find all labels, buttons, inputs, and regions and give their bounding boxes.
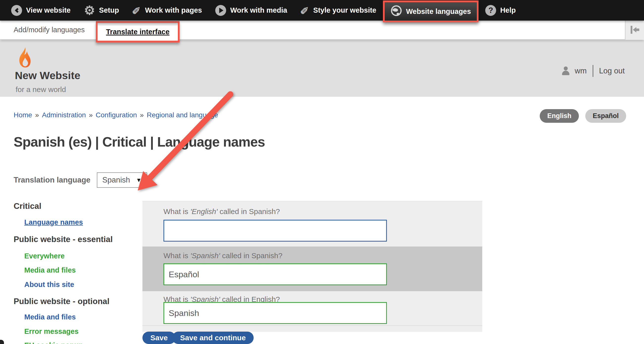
form-row-highlighted: What is 'Spanish' called in Spanish? bbox=[142, 247, 482, 291]
sub-navigation: Add/modify languages Translate interface bbox=[0, 21, 644, 40]
translation-language-select[interactable]: Spanish ▼ bbox=[97, 172, 147, 188]
breadcrumb-separator: » bbox=[140, 111, 144, 119]
nav-item-setup[interactable]: ⚙ Setup bbox=[77, 0, 126, 21]
nav-item-label: Work with pages bbox=[145, 6, 202, 14]
question-label: What is 'English' called in Spanish? bbox=[164, 207, 280, 216]
sidebar-item-error-messages[interactable]: Error messages bbox=[24, 327, 78, 335]
play-circle-icon bbox=[215, 5, 226, 16]
breadcrumb: Home»Administration»Configuration»Region… bbox=[14, 111, 218, 119]
site-name: New Website bbox=[15, 69, 80, 82]
page-title: Spanish (es) | Critical | Language names bbox=[14, 134, 265, 150]
sidebar-item-media-and-files[interactable]: Media and files bbox=[24, 266, 76, 274]
nav-item-label: Help bbox=[500, 6, 516, 14]
nav-item-view-website[interactable]: View website bbox=[4, 0, 77, 21]
translation-input-english-in-spanish[interactable] bbox=[164, 220, 387, 242]
site-header: New Website for a new world wm Log out bbox=[0, 40, 644, 97]
pencil-icon: ✎ bbox=[132, 6, 142, 15]
nav-item-label: Work with media bbox=[230, 6, 287, 14]
translation-form: What is 'English' called in Spanish? Wha… bbox=[142, 201, 482, 332]
brush-icon: ✎ bbox=[300, 6, 310, 15]
language-switcher: English Español bbox=[540, 109, 626, 123]
translation-input-spanish-in-spanish[interactable] bbox=[164, 263, 387, 285]
caret-down-icon: ▼ bbox=[136, 177, 142, 184]
tab-translate-interface[interactable]: Translate interface bbox=[96, 21, 180, 42]
collapse-left-icon bbox=[630, 25, 640, 36]
top-navigation: View website ⚙ Setup ✎ Work with pages W… bbox=[0, 0, 644, 21]
nav-item-help[interactable]: ? Help bbox=[478, 0, 522, 21]
sidebar-section-public-optional: Public website - optional bbox=[14, 297, 110, 306]
sidebar-item-media-and-files-optional[interactable]: Media and files bbox=[24, 313, 76, 321]
form-row: What is 'English' called in Spanish? bbox=[142, 201, 482, 247]
user-name[interactable]: wm bbox=[575, 66, 586, 75]
nav-item-label: Setup bbox=[99, 6, 119, 14]
language-pill-english[interactable]: English bbox=[540, 109, 579, 123]
translation-input-spanish-in-english[interactable] bbox=[164, 302, 387, 324]
flame-logo-icon bbox=[16, 47, 32, 70]
user-icon bbox=[561, 66, 570, 75]
tab-add-modify-languages[interactable]: Add/modify languages bbox=[14, 26, 85, 34]
selected-language: Spanish bbox=[102, 176, 130, 185]
save-button[interactable]: Save bbox=[142, 331, 176, 344]
nav-item-work-with-media[interactable]: Work with media bbox=[208, 0, 294, 21]
nav-item-style-your-website[interactable]: ✎ Style your website bbox=[294, 0, 383, 21]
notification-corner bbox=[0, 340, 4, 344]
nav-item-label: Website languages bbox=[406, 8, 471, 16]
breadcrumb-regional-language[interactable]: Regional and language bbox=[147, 111, 218, 119]
sidebar-item-eu-cookie-popup[interactable]: EU cookie popup bbox=[24, 341, 83, 344]
globe-icon bbox=[390, 5, 402, 18]
nav-item-label: Style your website bbox=[313, 6, 376, 14]
question-label: What is 'Spanish' called in Spanish? bbox=[164, 251, 282, 260]
gear-icon: ⚙ bbox=[84, 4, 95, 17]
breadcrumb-configuration[interactable]: Configuration bbox=[96, 111, 137, 119]
language-pill-espanol[interactable]: Español bbox=[585, 109, 626, 123]
breadcrumb-separator: » bbox=[35, 111, 39, 119]
sidebar-section-public-essential: Public website - essential bbox=[14, 235, 113, 244]
nav-item-label: View website bbox=[26, 6, 70, 14]
breadcrumb-separator: » bbox=[89, 111, 93, 119]
divider bbox=[593, 65, 593, 77]
form-row: What is 'Spanish' called in English? bbox=[142, 291, 482, 325]
collapse-menu-button[interactable] bbox=[625, 21, 644, 40]
logout-link[interactable]: Log out bbox=[599, 66, 625, 75]
site-tagline: for a new world bbox=[16, 85, 66, 94]
breadcrumb-home[interactable]: Home bbox=[14, 111, 32, 119]
sidebar-item-everywhere[interactable]: Everywhere bbox=[24, 252, 65, 260]
sidebar-item-about-this-site[interactable]: About this site bbox=[24, 280, 74, 289]
nav-item-website-languages[interactable]: Website languages bbox=[383, 1, 478, 22]
translation-language-row: Translation language Spanish ▼ bbox=[14, 172, 147, 188]
sidebar-item-language-names[interactable]: Language names bbox=[24, 218, 83, 226]
breadcrumb-administration[interactable]: Administration bbox=[42, 111, 86, 119]
sidebar-section-critical: Critical bbox=[14, 201, 41, 211]
question-icon: ? bbox=[485, 5, 496, 16]
translation-language-label: Translation language bbox=[14, 176, 90, 185]
save-and-continue-button[interactable]: Save and continue bbox=[172, 331, 254, 344]
form-row-partial bbox=[142, 326, 482, 332]
user-box: wm Log out bbox=[561, 65, 625, 77]
nav-item-work-with-pages[interactable]: ✎ Work with pages bbox=[126, 0, 208, 21]
back-circle-icon bbox=[11, 5, 22, 16]
